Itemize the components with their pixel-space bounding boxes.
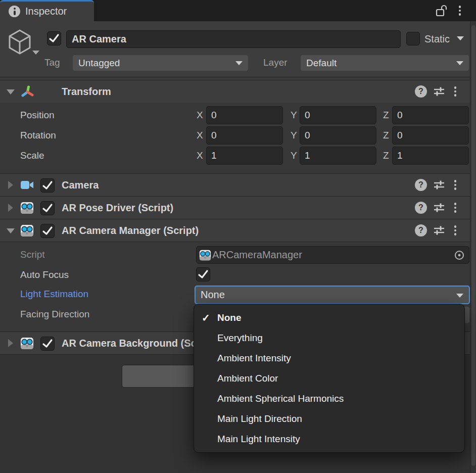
tab-kebab-menu-icon[interactable] [456,5,463,17]
ar-script-icon [20,337,34,350]
tag-value: Untagged [78,58,120,69]
static-chevron-icon[interactable] [457,36,464,40]
active-checkbox[interactable] [47,31,61,45]
chevron-down-icon [456,61,463,65]
layer-dropdown[interactable]: Default [300,55,469,71]
check-icon [197,268,210,281]
menu-item-ambient-intensity[interactable]: Ambient Intensity [194,348,464,368]
scale-y-input[interactable] [300,147,376,165]
script-label: Script [20,249,45,260]
script-value: ARCameraManager [212,249,302,261]
help-icon[interactable]: ? [415,85,427,98]
menu-item-none[interactable]: ✓ None [194,308,464,328]
axis-y-label: Y [291,150,297,161]
rotation-y-input[interactable] [300,126,376,145]
menu-item-everything[interactable]: Everything [194,328,464,348]
ar-camera-manager-header[interactable]: AR Camera Manager (Script) ? [0,219,470,242]
axis-x-label: X [197,110,203,121]
scale-x-input[interactable] [206,147,283,165]
auto-focus-checkbox[interactable] [196,267,210,281]
kebab-menu-icon[interactable] [452,179,459,191]
scrollbar-thumb[interactable] [471,25,475,466]
help-icon[interactable]: ? [415,202,427,214]
menu-item-label: Ambient Spherical Harmonics [217,393,344,404]
menu-item-label: Everything [217,333,263,344]
tab-inspector[interactable]: Inspector [0,0,94,21]
axis-z-label: Z [383,130,389,141]
transform-body: Position X Y Z Rotation X Y Z Scale X Y … [0,103,470,173]
axis-z-label: Z [383,110,389,121]
tag-dropdown[interactable]: Untagged [72,55,249,71]
transform-header[interactable]: Transform ? [0,80,470,103]
kebab-menu-icon[interactable] [452,224,459,236]
help-icon[interactable]: ? [415,224,427,236]
rotation-x-input[interactable] [206,126,283,145]
camera-enabled-checkbox[interactable] [40,178,55,193]
position-x-input[interactable] [206,106,283,124]
name-input[interactable] [66,30,401,48]
cube-icon [6,28,33,56]
foldout-closed-icon[interactable] [8,204,13,212]
foldout-open-icon[interactable] [7,89,15,94]
light-estimation-dropdown[interactable]: None [195,286,470,304]
foldout-closed-icon[interactable] [8,181,13,189]
scrollbar-track[interactable] [470,21,476,473]
rotation-z-input[interactable] [392,126,469,145]
component-title: AR Pose Driver (Script) [62,202,173,214]
unlock-icon[interactable] [436,4,449,18]
menu-item-ambient-spherical-harmonics[interactable]: Ambient Spherical Harmonics [194,389,464,409]
static-checkbox[interactable] [406,32,420,45]
foldout-open-icon[interactable] [7,228,15,233]
gameobject-header: Static Tag Untagged Layer Default [0,21,470,77]
menu-item-main-light-direction[interactable]: Main Light Direction [194,409,464,429]
kebab-menu-icon[interactable] [452,85,459,98]
presets-icon[interactable] [433,201,446,214]
component-title: AR Camera Background (Script) [62,338,216,349]
check-icon [41,179,54,192]
menu-item-label: Ambient Color [217,373,278,384]
light-estimation-popup: ✓ None Everything Ambient Intensity Ambi… [194,304,465,453]
script-object-field[interactable]: ARCameraManager [196,246,469,264]
help-icon[interactable]: ? [415,179,427,191]
position-z-input[interactable] [392,106,469,124]
ar-pose-driver-enabled-checkbox[interactable] [40,201,55,215]
menu-item-label: Ambient Intensity [217,353,291,364]
component-title: AR Camera Manager (Script) [62,225,199,236]
ar-script-icon [20,201,34,215]
kebab-menu-icon[interactable] [452,202,459,214]
object-picker-icon[interactable] [454,250,465,261]
tag-label: Tag [44,57,60,68]
presets-icon[interactable] [433,224,446,237]
menu-item-label: Main Light Intensity [217,434,300,445]
check-icon [47,32,61,45]
position-y-input[interactable] [300,106,376,124]
scale-z-input[interactable] [392,147,469,165]
presets-icon[interactable] [433,85,446,98]
camera-component-header[interactable]: Camera ? [0,173,470,196]
menu-item-label: None [217,312,242,323]
tab-title: Inspector [25,6,67,17]
ar-camera-background-enabled-checkbox[interactable] [40,337,55,351]
ar-camera-manager-enabled-checkbox[interactable] [40,224,55,238]
check-icon: ✓ [202,312,210,324]
chevron-down-icon [456,294,463,298]
transform-icon [21,85,34,99]
check-icon [41,224,54,238]
presets-icon[interactable] [433,178,446,192]
gameobject-options-chevron-icon[interactable] [32,51,39,55]
ar-pose-driver-header[interactable]: AR Pose Driver (Script) ? [0,196,470,219]
axis-x-label: X [197,150,203,161]
axis-x-label: X [197,130,203,141]
layer-label: Layer [263,57,288,68]
menu-item-ambient-color[interactable]: Ambient Color [194,368,464,389]
light-estimation-label: Light Estimation [20,289,88,300]
light-estimation-value: None [201,289,225,301]
foldout-closed-icon[interactable] [8,339,13,347]
ar-script-icon [199,249,211,261]
rotation-label: Rotation [20,130,56,141]
auto-focus-label: Auto Focus [20,269,69,280]
menu-item-main-light-intensity[interactable]: Main Light Intensity [194,429,464,449]
camera-icon [20,179,34,191]
inspector-panel: Inspector Static Tag Untagged [0,0,476,473]
tab-bar: Inspector [0,0,476,21]
